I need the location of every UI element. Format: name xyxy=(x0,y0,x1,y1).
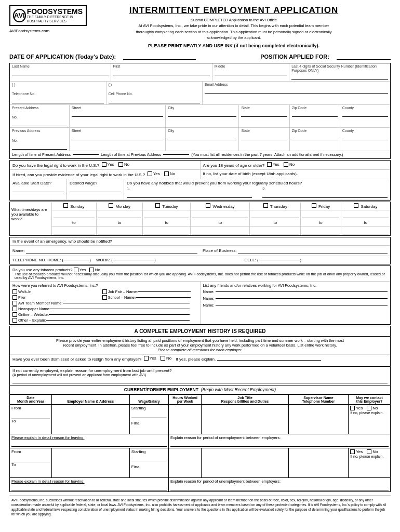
referral-school-box[interactable] xyxy=(102,295,107,300)
emp-row2-contact[interactable]: Yes No If no, please explain. xyxy=(349,448,391,478)
legal-right-no[interactable]: No xyxy=(118,162,129,167)
desired-wage-cell[interactable]: Desired wage? xyxy=(67,179,124,200)
emp-row2-hours[interactable] xyxy=(168,448,201,478)
dismissed-explain-line[interactable] xyxy=(217,360,321,361)
dismissed-no-box[interactable] xyxy=(161,356,165,361)
prev-no-line[interactable] xyxy=(12,143,67,150)
avail-fri-to-line[interactable] xyxy=(301,227,341,236)
avail-sun-to-line[interactable] xyxy=(51,227,97,236)
present-state-cell[interactable]: State xyxy=(239,105,289,128)
avail-sat-to-line[interactable] xyxy=(341,227,390,236)
emergency-work-cell[interactable]: WORK: ( ) xyxy=(96,258,239,262)
emp-row1-employer[interactable] xyxy=(51,405,129,434)
telephone-cell[interactable]: ( ) Telephone No. xyxy=(10,82,106,104)
prev-street-cell[interactable]: Street xyxy=(70,128,166,151)
avail-tue-to-line[interactable] xyxy=(143,227,191,236)
age-no[interactable]: No xyxy=(284,162,295,167)
first-name-line[interactable] xyxy=(113,69,210,75)
present-city-cell[interactable]: City xyxy=(166,105,239,128)
last-name-line[interactable] xyxy=(12,69,109,75)
avail-mon-from[interactable] xyxy=(97,210,143,220)
present-street-cell[interactable]: Street xyxy=(70,105,166,128)
avail-sat-box[interactable] xyxy=(354,203,358,208)
prev-county-line[interactable] xyxy=(342,134,388,140)
emergency-business-cell[interactable]: Place of Business: xyxy=(203,247,388,254)
avail-mon-from-line[interactable] xyxy=(98,211,141,218)
referral-walkin-box[interactable] xyxy=(12,289,17,294)
avail-thu-to-input[interactable] xyxy=(251,228,299,234)
prev-city-line[interactable] xyxy=(168,134,236,140)
legal-right-no-box[interactable] xyxy=(118,162,123,167)
prev-address-cell[interactable]: Previous Address No. xyxy=(10,128,70,151)
referral-jobfair-box[interactable] xyxy=(102,289,107,294)
avail-sat-from[interactable] xyxy=(341,210,390,220)
emp-row2-date[interactable]: From To xyxy=(10,448,52,478)
referral-jobfair[interactable]: Job Fair – Name: xyxy=(102,289,191,294)
friends-name1-line[interactable] xyxy=(216,291,388,292)
emp-row1-to-line[interactable] xyxy=(11,423,50,432)
unemployment-between-cell2[interactable]: Explain reason for period of unemploymen… xyxy=(168,478,390,492)
last-name-cell[interactable]: Last Name xyxy=(10,63,111,81)
friends-name2-row[interactable]: Name: xyxy=(203,296,388,301)
avail-mon-to-input[interactable] xyxy=(98,228,141,234)
start-date-cell[interactable]: Available Start Date? xyxy=(10,179,67,200)
referral-avi-team-box[interactable] xyxy=(12,301,17,305)
friends-name3-line[interactable] xyxy=(216,305,388,305)
referral-newspaper-line[interactable] xyxy=(50,309,190,309)
avail-tue-to-input[interactable] xyxy=(144,228,189,234)
if-hired-no[interactable]: No xyxy=(164,171,175,176)
prev-county-cell[interactable]: County xyxy=(340,128,390,151)
avail-sun-box[interactable] xyxy=(63,203,68,208)
referral-online-line[interactable] xyxy=(49,314,190,315)
avail-tue-from-line[interactable] xyxy=(144,211,189,218)
referral-jobfair-line[interactable] xyxy=(138,291,191,292)
hobby2[interactable]: 2. xyxy=(262,187,388,198)
avail-fri-from-line[interactable] xyxy=(302,211,339,218)
emergency-cell-cell[interactable]: CELL: ( ) xyxy=(244,258,388,262)
avail-thu-from-line[interactable] xyxy=(251,211,299,218)
emergency-home-cell[interactable]: TELEPHONE NO. HOME: ( ) xyxy=(12,258,91,262)
referral-flier-box[interactable] xyxy=(12,295,17,300)
referral-walkin[interactable]: Walk-In xyxy=(12,289,101,294)
present-zip-line[interactable] xyxy=(292,111,338,117)
referral-avi-team-line[interactable] xyxy=(63,303,190,303)
date-input-line[interactable] xyxy=(123,52,196,60)
emergency-work-line[interactable] xyxy=(113,260,154,260)
middle-line[interactable] xyxy=(215,69,287,75)
if-hired-no-box[interactable] xyxy=(164,171,169,176)
avail-thu-to-line[interactable] xyxy=(250,227,301,236)
leave-reason-cell1[interactable]: Please explain in detail reason for leav… xyxy=(10,434,169,448)
tobacco-yes-box[interactable] xyxy=(74,268,78,272)
tobacco-no-box[interactable] xyxy=(89,268,94,272)
if-hired-yes[interactable]: Yes xyxy=(148,171,160,176)
emp-row2-supervisor[interactable] xyxy=(288,448,348,478)
present-state-line[interactable] xyxy=(241,111,287,117)
emp-row1-wage[interactable]: Starting Final xyxy=(129,405,168,434)
referral-avi-team[interactable]: AVI Team Member Name: xyxy=(12,301,190,305)
avail-wed-to-line[interactable] xyxy=(191,227,250,236)
start-date-line[interactable] xyxy=(12,185,64,192)
emp-row2-wage[interactable]: Starting Final xyxy=(129,448,168,478)
emp-row2-title[interactable] xyxy=(202,448,288,478)
emp-row2-from-line[interactable] xyxy=(11,454,50,462)
avail-fri-from[interactable] xyxy=(301,210,341,220)
emp-row1-final-line[interactable] xyxy=(131,428,167,433)
age-no-box[interactable] xyxy=(284,162,288,167)
emp-row2-yes[interactable]: Yes xyxy=(350,449,363,454)
emp-row1-starting-line[interactable] xyxy=(131,413,167,418)
emergency-cell-line[interactable] xyxy=(259,260,300,260)
age-yes-box[interactable] xyxy=(267,162,272,167)
prev-state-cell[interactable]: State xyxy=(239,128,289,151)
if-hired-yes-box[interactable] xyxy=(148,171,152,176)
avail-wed-from-line[interactable] xyxy=(192,211,248,218)
referral-other-box[interactable] xyxy=(12,318,17,323)
first-name-cell[interactable]: First xyxy=(111,63,212,81)
avail-mon-box[interactable] xyxy=(109,203,113,208)
present-zip-cell[interactable]: Zip Code xyxy=(290,105,340,128)
dismissed-yes-box[interactable] xyxy=(144,356,149,361)
email-cell[interactable]: Email Address xyxy=(203,82,390,104)
present-street-line[interactable] xyxy=(72,111,163,117)
referral-newspaper[interactable]: Newspaper Name: xyxy=(12,307,190,311)
emp-row1-from-line[interactable] xyxy=(11,410,50,419)
avail-sun-from-line[interactable] xyxy=(54,211,95,218)
